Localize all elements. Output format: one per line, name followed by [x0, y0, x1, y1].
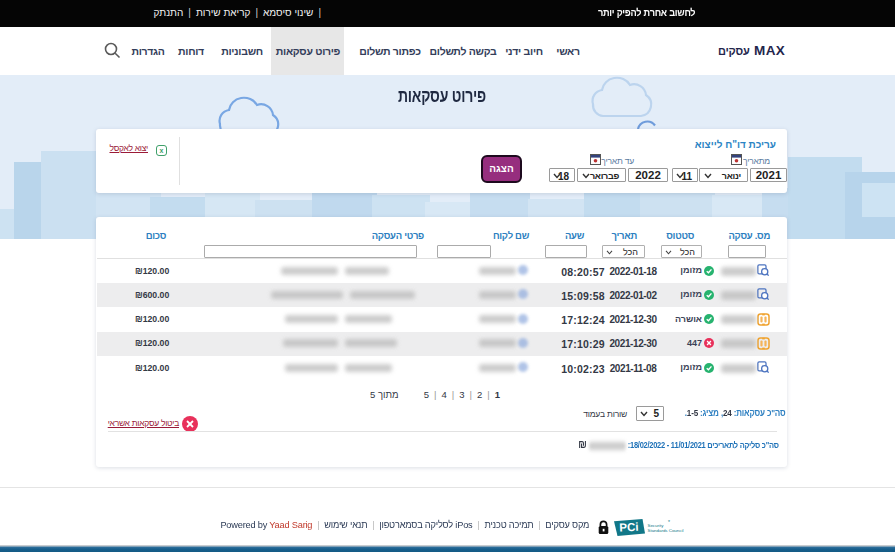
svg-text:*: * — [668, 519, 670, 525]
svg-text:PCi: PCi — [619, 521, 639, 534]
svg-text:Standards Council: Standards Council — [648, 528, 684, 533]
svg-text:x: x — [160, 147, 164, 154]
